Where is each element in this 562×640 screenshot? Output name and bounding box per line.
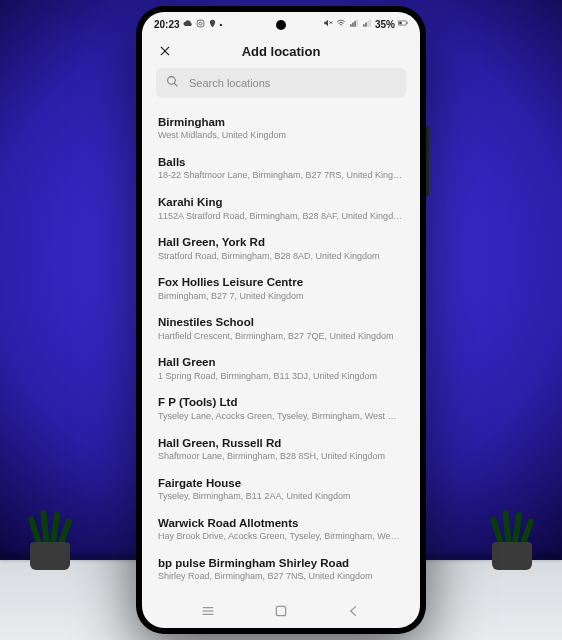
- item-title: Hall Green, Russell Rd: [158, 436, 404, 450]
- item-title: Hall Green: [158, 355, 404, 369]
- signal-icon-2: [362, 18, 372, 30]
- svg-rect-0: [197, 20, 204, 27]
- app-header: Add location: [142, 36, 420, 68]
- item-title: Ninestiles School: [158, 315, 404, 329]
- back-button[interactable]: [344, 601, 364, 621]
- recents-button[interactable]: [198, 601, 218, 621]
- svg-rect-7: [356, 19, 357, 27]
- camera-hole: [276, 20, 286, 30]
- item-title: Balls: [158, 155, 404, 169]
- item-title: bp pulse Birmingham Shirley Road: [158, 556, 404, 570]
- item-sub: Tyseley Lane, Acocks Green, Tyseley, Bir…: [158, 411, 404, 423]
- search-box[interactable]: [156, 68, 406, 98]
- item-title: Fox Hollies Leisure Centre: [158, 275, 404, 289]
- item-sub: 18-22 Shaftmoor Lane, Birmingham, B27 7R…: [158, 170, 404, 182]
- list-item[interactable]: Ninestiles SchoolHartfield Crescent, Bir…: [142, 308, 420, 348]
- wifi-icon: [336, 18, 346, 30]
- list-item[interactable]: Hall Green, York RdStratford Road, Birmi…: [142, 228, 420, 268]
- search-icon: [166, 74, 179, 92]
- list-item[interactable]: BirminghamWest Midlands, United Kingdom: [142, 108, 420, 148]
- item-sub: 1 Spring Road, Birmingham, B11 3DJ, Unit…: [158, 371, 404, 383]
- mute-icon: [323, 18, 333, 30]
- battery-percent: 35%: [375, 19, 395, 30]
- item-title: Birmingham: [158, 115, 404, 129]
- home-button[interactable]: [271, 601, 291, 621]
- item-sub: 1152A Stratford Road, Birmingham, B28 8A…: [158, 211, 404, 223]
- item-sub: Hay Brook Drive, Acocks Green, Tyseley, …: [158, 531, 404, 543]
- list-item[interactable]: Warwick Road AllotmentsHay Brook Drive, …: [142, 509, 420, 549]
- item-sub: Shirley Road, Birmingham, B27 7NS, Unite…: [158, 571, 404, 583]
- svg-rect-8: [363, 24, 364, 27]
- instagram-icon: [196, 19, 205, 30]
- search-input[interactable]: [187, 76, 396, 90]
- item-title: Warwick Road Allotments: [158, 516, 404, 530]
- item-sub: West Midlands, United Kingdom: [158, 130, 404, 142]
- svg-rect-4: [350, 24, 351, 27]
- list-item[interactable]: Balls18-22 Shaftmoor Lane, Birmingham, B…: [142, 148, 420, 188]
- android-nav-bar: [142, 594, 420, 628]
- list-item[interactable]: Hall Green1 Spring Road, Birmingham, B11…: [142, 348, 420, 388]
- svg-rect-9: [365, 23, 366, 27]
- phone-frame: 20:23 •: [136, 6, 426, 634]
- item-sub: Birmingham, B27 7, United Kingdom: [158, 291, 404, 303]
- svg-line-18: [174, 83, 177, 86]
- svg-rect-22: [276, 606, 285, 615]
- svg-rect-6: [354, 21, 355, 27]
- item-sub: Shaftmoor Lane, Birmingham, B28 8SH, Uni…: [158, 451, 404, 463]
- list-item[interactable]: Fox Hollies Leisure CentreBirmingham, B2…: [142, 268, 420, 308]
- page-title: Add location: [142, 44, 420, 59]
- svg-point-17: [168, 77, 176, 85]
- list-item[interactable]: Fairgate HouseTyseley, Birmingham, B11 2…: [142, 469, 420, 509]
- close-button[interactable]: [156, 42, 174, 60]
- location-list: BirminghamWest Midlands, United Kingdom …: [142, 104, 420, 594]
- status-time: 20:23: [154, 19, 180, 30]
- signal-icon: [349, 18, 359, 30]
- item-title: F P (Tools) Ltd: [158, 395, 404, 409]
- cloud-icon: [183, 18, 193, 30]
- battery-icon: [398, 18, 408, 30]
- list-item[interactable]: Karahi King1152A Stratford Road, Birming…: [142, 188, 420, 228]
- list-item[interactable]: bp pulse Birmingham Shirley RoadShirley …: [142, 549, 420, 589]
- item-sub: Hartfield Crescent, Birmingham, B27 7QE,…: [158, 331, 404, 343]
- list-item[interactable]: Hall Green, Russell RdShaftmoor Lane, Bi…: [142, 429, 420, 469]
- svg-rect-13: [399, 22, 402, 25]
- list-item[interactable]: F P (Tools) LtdTyseley Lane, Acocks Gree…: [142, 388, 420, 428]
- svg-rect-14: [407, 22, 408, 24]
- item-title: Hall Green, York Rd: [158, 235, 404, 249]
- search-container: [142, 68, 420, 104]
- svg-point-1: [199, 22, 202, 25]
- svg-rect-10: [367, 21, 368, 27]
- svg-rect-5: [352, 23, 353, 27]
- screen: 20:23 •: [142, 12, 420, 628]
- item-sub: Tyseley, Birmingham, B11 2AA, United Kin…: [158, 491, 404, 503]
- svg-rect-11: [369, 19, 370, 27]
- item-title: Fairgate House: [158, 476, 404, 490]
- status-dot: •: [220, 20, 223, 29]
- item-sub: Stratford Road, Birmingham, B28 8AD, Uni…: [158, 251, 404, 263]
- location-icon: [208, 19, 217, 30]
- item-title: Karahi King: [158, 195, 404, 209]
